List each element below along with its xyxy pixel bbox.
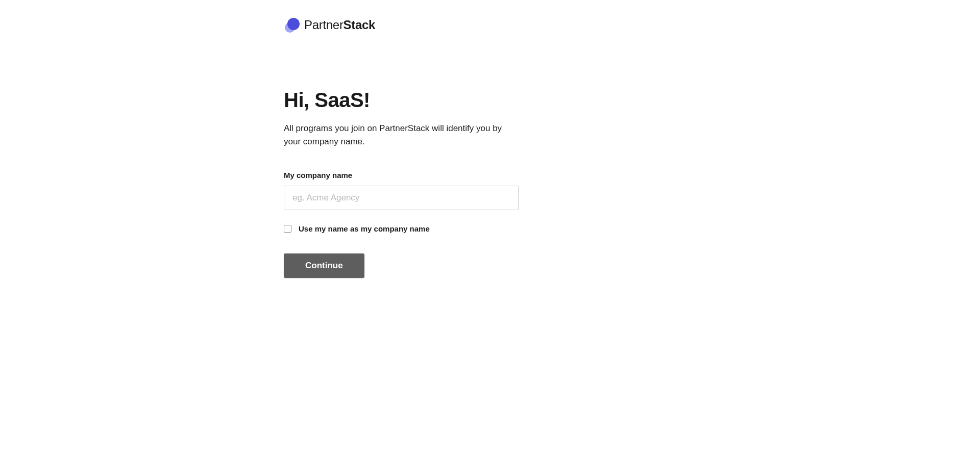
company-name-label: My company name: [284, 171, 519, 180]
continue-button[interactable]: Continue: [284, 253, 364, 278]
svg-point-1: [287, 18, 300, 30]
onboarding-form-container: PartnerStack Hi, SaaS! All programs you …: [284, 0, 519, 278]
use-name-checkbox-label[interactable]: Use my name as my company name: [299, 224, 430, 233]
brand-logo: PartnerStack: [284, 17, 519, 33]
brand-name-light: Partner: [304, 18, 344, 32]
use-name-checkbox[interactable]: [284, 225, 291, 233]
company-name-input[interactable]: [284, 186, 519, 210]
use-name-checkbox-row[interactable]: Use my name as my company name: [284, 224, 519, 233]
brand-logo-text: PartnerStack: [304, 18, 375, 32]
page-subtext: All programs you join on PartnerStack wi…: [284, 122, 508, 148]
partnerstack-logo-icon: [284, 17, 300, 33]
brand-name-bold: Stack: [344, 18, 376, 32]
page-heading: Hi, SaaS!: [284, 89, 519, 112]
